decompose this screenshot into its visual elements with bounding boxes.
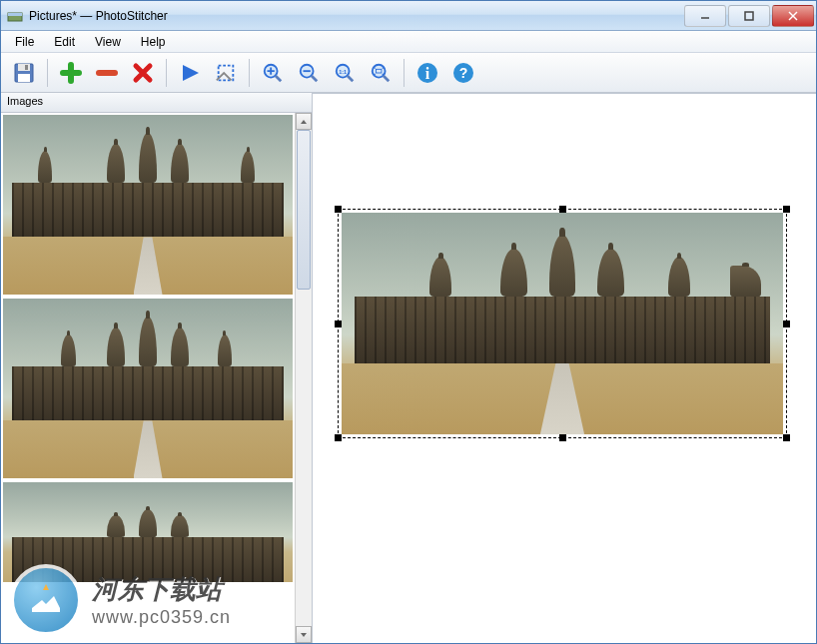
crop-button[interactable] <box>209 57 243 89</box>
zoom-in-button[interactable] <box>256 57 290 89</box>
scroll-track[interactable] <box>296 130 312 626</box>
menu-file[interactable]: File <box>5 33 44 51</box>
crop-handle-w[interactable] <box>335 321 342 327</box>
crop-handle-nw[interactable] <box>335 206 342 213</box>
crop-handle-s[interactable] <box>559 434 566 441</box>
images-sidebar: Images <box>1 93 313 643</box>
app-window: Pictures* — PhotoStitcher File Edit View… <box>0 0 817 644</box>
menubar: File Edit View Help <box>1 31 816 53</box>
crop-handle-e[interactable] <box>783 321 790 327</box>
toolbar: 1:1 i ? <box>1 53 816 93</box>
crop-handle-sw[interactable] <box>335 434 342 441</box>
help-button[interactable]: ? <box>446 57 480 89</box>
svg-point-15 <box>373 64 386 77</box>
crop-handle-n[interactable] <box>559 206 566 213</box>
svg-rect-9 <box>18 74 30 82</box>
scroll-down-button[interactable] <box>296 626 312 643</box>
zoom-out-button[interactable] <box>292 57 326 89</box>
separator <box>404 59 405 87</box>
sidebar-scrollbar[interactable] <box>295 113 312 643</box>
info-button[interactable]: i <box>410 57 444 89</box>
thumbnail-item[interactable] <box>3 482 293 582</box>
scroll-up-button[interactable] <box>296 113 312 130</box>
close-button[interactable] <box>772 5 814 27</box>
minimize-button[interactable] <box>684 5 726 27</box>
save-button[interactable] <box>7 57 41 89</box>
svg-rect-10 <box>219 65 234 80</box>
separator <box>166 59 167 87</box>
svg-rect-3 <box>745 12 753 20</box>
menu-help[interactable]: Help <box>131 33 176 51</box>
window-title: Pictures* — PhotoStitcher <box>29 9 684 23</box>
remove-image-button[interactable] <box>90 57 124 89</box>
svg-text:?: ? <box>459 65 468 81</box>
svg-text:i: i <box>425 65 430 82</box>
maximize-button[interactable] <box>728 5 770 27</box>
svg-rect-8 <box>25 65 28 70</box>
add-image-button[interactable] <box>54 57 88 89</box>
zoom-fit-button[interactable] <box>364 57 398 89</box>
menu-view[interactable]: View <box>85 33 131 51</box>
stitch-button[interactable] <box>173 57 207 89</box>
sidebar-header: Images <box>1 93 312 113</box>
app-icon <box>7 8 23 24</box>
thumbnail-list[interactable] <box>1 113 295 643</box>
titlebar: Pictures* — PhotoStitcher <box>1 1 816 31</box>
window-controls <box>684 5 814 27</box>
scroll-thumb[interactable] <box>297 130 311 290</box>
content-area: Images <box>1 93 816 643</box>
svg-rect-7 <box>18 64 30 71</box>
menu-edit[interactable]: Edit <box>44 33 85 51</box>
crop-selection[interactable] <box>338 209 787 438</box>
crop-handle-se[interactable] <box>783 434 790 441</box>
svg-rect-1 <box>8 13 22 16</box>
stitched-panorama <box>342 213 783 434</box>
crop-handle-ne[interactable] <box>783 206 790 213</box>
separator <box>249 59 250 87</box>
separator <box>47 59 48 87</box>
preview-canvas[interactable] <box>313 93 816 643</box>
thumbnail-item[interactable] <box>3 115 293 295</box>
thumbnail-item[interactable] <box>3 299 293 478</box>
svg-text:1:1: 1:1 <box>339 68 347 74</box>
clear-images-button[interactable] <box>126 57 160 89</box>
zoom-actual-button[interactable]: 1:1 <box>328 57 362 89</box>
